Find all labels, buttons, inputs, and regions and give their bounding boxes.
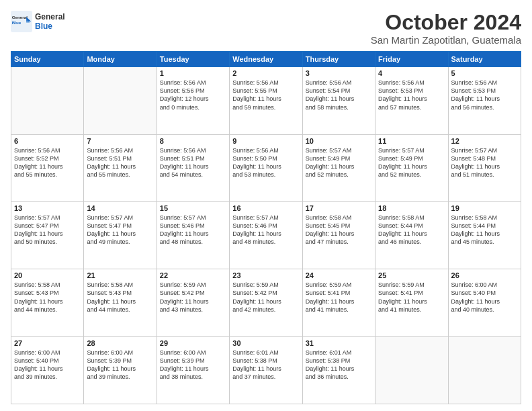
calendar-cell: 18Sunrise: 5:58 AMSunset: 5:44 PMDayligh… [375, 201, 448, 269]
calendar-cell: 7Sunrise: 5:56 AMSunset: 5:51 PMDaylight… [84, 134, 157, 201]
calendar-cell: 6Sunrise: 5:56 AMSunset: 5:52 PMDaylight… [11, 134, 84, 201]
day-info: Sunrise: 5:56 AMSunset: 5:50 PMDaylight:… [232, 146, 299, 179]
logo-icon: General Blue [11, 11, 32, 32]
day-info: Sunrise: 5:56 AMSunset: 5:54 PMDaylight:… [306, 79, 372, 111]
day-info: Sunrise: 5:57 AMSunset: 5:47 PMDaylight:… [87, 214, 153, 246]
calendar-cell: 26Sunrise: 6:00 AMSunset: 5:40 PMDayligh… [448, 269, 521, 336]
day-number: 4 [378, 69, 445, 77]
month-title: October 2024 [371, 11, 521, 34]
weekday-header: Saturday [448, 52, 521, 67]
day-number: 28 [87, 339, 153, 347]
calendar-cell: 4Sunrise: 5:56 AMSunset: 5:53 PMDaylight… [375, 67, 448, 134]
day-number: 7 [87, 137, 153, 145]
calendar-cell: 1Sunrise: 5:56 AMSunset: 5:56 PMDaylight… [157, 67, 229, 134]
calendar-cell: 29Sunrise: 6:00 AMSunset: 5:39 PMDayligh… [157, 336, 229, 404]
calendar-cell: 22Sunrise: 5:59 AMSunset: 5:42 PMDayligh… [157, 269, 229, 336]
calendar-header-row: SundayMondayTuesdayWednesdayThursdayFrid… [11, 52, 521, 67]
day-info: Sunrise: 6:00 AMSunset: 5:39 PMDaylight:… [87, 349, 153, 381]
calendar-cell: 11Sunrise: 5:57 AMSunset: 5:49 PMDayligh… [375, 134, 448, 201]
calendar-cell: 15Sunrise: 5:57 AMSunset: 5:46 PMDayligh… [157, 201, 229, 269]
day-number: 3 [306, 69, 372, 77]
day-number: 1 [160, 69, 226, 77]
calendar-cell [84, 67, 157, 134]
day-info: Sunrise: 5:57 AMSunset: 5:46 PMDaylight:… [160, 214, 226, 246]
day-info: Sunrise: 5:58 AMSunset: 5:43 PMDaylight:… [14, 281, 81, 314]
weekday-header: Friday [375, 52, 448, 67]
calendar-cell: 21Sunrise: 5:58 AMSunset: 5:43 PMDayligh… [84, 269, 157, 336]
calendar-cell: 2Sunrise: 5:56 AMSunset: 5:55 PMDaylight… [230, 67, 302, 134]
day-number: 26 [451, 271, 518, 279]
calendar-cell: 27Sunrise: 6:00 AMSunset: 5:40 PMDayligh… [11, 336, 84, 404]
day-number: 22 [160, 271, 226, 279]
day-info: Sunrise: 5:59 AMSunset: 5:42 PMDaylight:… [232, 281, 299, 314]
calendar-table: SundayMondayTuesdayWednesdayThursdayFrid… [11, 51, 521, 404]
day-number: 13 [14, 204, 81, 212]
logo-blue: Blue [35, 21, 65, 31]
calendar-cell: 24Sunrise: 5:59 AMSunset: 5:41 PMDayligh… [302, 269, 375, 336]
day-info: Sunrise: 5:58 AMSunset: 5:44 PMDaylight:… [451, 214, 518, 246]
calendar-week-row: 20Sunrise: 5:58 AMSunset: 5:43 PMDayligh… [11, 269, 521, 336]
day-info: Sunrise: 6:00 AMSunset: 5:40 PMDaylight:… [451, 281, 518, 314]
svg-text:Blue: Blue [12, 20, 21, 25]
day-info: Sunrise: 6:01 AMSunset: 5:38 PMDaylight:… [306, 349, 372, 381]
logo-area: General Blue General Blue [11, 11, 65, 32]
calendar-week-row: 1Sunrise: 5:56 AMSunset: 5:56 PMDaylight… [11, 67, 521, 134]
calendar-cell: 17Sunrise: 5:58 AMSunset: 5:45 PMDayligh… [302, 201, 375, 269]
calendar-cell: 16Sunrise: 5:57 AMSunset: 5:46 PMDayligh… [230, 201, 302, 269]
day-info: Sunrise: 5:56 AMSunset: 5:51 PMDaylight:… [160, 146, 226, 179]
weekday-header: Sunday [11, 52, 84, 67]
calendar-cell: 20Sunrise: 5:58 AMSunset: 5:43 PMDayligh… [11, 269, 84, 336]
calendar-cell: 30Sunrise: 6:01 AMSunset: 5:38 PMDayligh… [230, 336, 302, 404]
day-number: 30 [232, 339, 299, 347]
day-info: Sunrise: 5:59 AMSunset: 5:41 PMDaylight:… [378, 281, 445, 314]
day-number: 31 [306, 339, 372, 347]
day-info: Sunrise: 5:56 AMSunset: 5:52 PMDaylight:… [14, 146, 81, 179]
day-number: 15 [160, 204, 226, 212]
weekday-header: Monday [84, 52, 157, 67]
day-info: Sunrise: 6:00 AMSunset: 5:39 PMDaylight:… [160, 349, 226, 381]
calendar-week-row: 6Sunrise: 5:56 AMSunset: 5:52 PMDaylight… [11, 134, 521, 201]
calendar-cell [448, 336, 521, 404]
day-info: Sunrise: 5:59 AMSunset: 5:41 PMDaylight:… [306, 281, 372, 314]
day-info: Sunrise: 5:57 AMSunset: 5:46 PMDaylight:… [232, 214, 299, 246]
day-info: Sunrise: 5:57 AMSunset: 5:49 PMDaylight:… [378, 146, 445, 179]
day-number: 20 [14, 271, 81, 279]
calendar-cell: 13Sunrise: 5:57 AMSunset: 5:47 PMDayligh… [11, 201, 84, 269]
calendar-cell: 14Sunrise: 5:57 AMSunset: 5:47 PMDayligh… [84, 201, 157, 269]
day-info: Sunrise: 5:59 AMSunset: 5:42 PMDaylight:… [160, 281, 226, 314]
day-info: Sunrise: 5:57 AMSunset: 5:49 PMDaylight:… [306, 146, 372, 179]
weekday-header: Thursday [302, 52, 375, 67]
day-number: 14 [87, 204, 153, 212]
day-number: 12 [451, 137, 518, 145]
calendar-week-row: 27Sunrise: 6:00 AMSunset: 5:40 PMDayligh… [11, 336, 521, 404]
logo-general: General [35, 12, 65, 21]
calendar-cell: 23Sunrise: 5:59 AMSunset: 5:42 PMDayligh… [230, 269, 302, 336]
day-number: 10 [306, 137, 372, 145]
day-info: Sunrise: 5:57 AMSunset: 5:47 PMDaylight:… [14, 214, 81, 246]
calendar-cell: 25Sunrise: 5:59 AMSunset: 5:41 PMDayligh… [375, 269, 448, 336]
calendar-week-row: 13Sunrise: 5:57 AMSunset: 5:47 PMDayligh… [11, 201, 521, 269]
day-number: 25 [378, 271, 445, 279]
calendar-cell: 5Sunrise: 5:56 AMSunset: 5:53 PMDaylight… [448, 67, 521, 134]
calendar-cell: 19Sunrise: 5:58 AMSunset: 5:44 PMDayligh… [448, 201, 521, 269]
day-info: Sunrise: 5:57 AMSunset: 5:48 PMDaylight:… [451, 146, 518, 179]
calendar-cell: 10Sunrise: 5:57 AMSunset: 5:49 PMDayligh… [302, 134, 375, 201]
day-info: Sunrise: 5:58 AMSunset: 5:45 PMDaylight:… [306, 214, 372, 246]
day-info: Sunrise: 6:01 AMSunset: 5:38 PMDaylight:… [232, 349, 299, 381]
calendar-cell: 31Sunrise: 6:01 AMSunset: 5:38 PMDayligh… [302, 336, 375, 404]
day-number: 21 [87, 271, 153, 279]
day-number: 16 [232, 204, 299, 212]
day-number: 29 [160, 339, 226, 347]
weekday-header: Wednesday [230, 52, 302, 67]
day-number: 17 [306, 204, 372, 212]
day-number: 8 [160, 137, 226, 145]
day-number: 2 [232, 69, 299, 77]
svg-text:General: General [12, 15, 28, 19]
day-info: Sunrise: 5:56 AMSunset: 5:51 PMDaylight:… [87, 146, 153, 179]
day-number: 11 [378, 137, 445, 145]
calendar-cell: 3Sunrise: 5:56 AMSunset: 5:54 PMDaylight… [302, 67, 375, 134]
day-info: Sunrise: 5:56 AMSunset: 5:53 PMDaylight:… [378, 79, 445, 111]
logo-text: General Blue [35, 12, 65, 31]
day-info: Sunrise: 5:58 AMSunset: 5:44 PMDaylight:… [378, 214, 445, 246]
day-number: 19 [451, 204, 518, 212]
